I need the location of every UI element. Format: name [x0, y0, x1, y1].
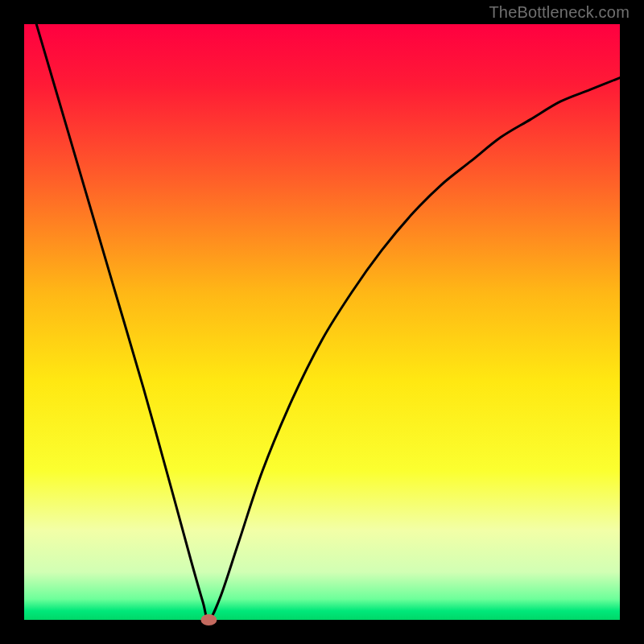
chart-container: TheBottleneck.com — [0, 0, 644, 644]
plot-background-gradient — [24, 24, 620, 620]
bottleneck-chart — [0, 0, 644, 644]
minimum-marker — [200, 614, 217, 625]
watermark-text: TheBottleneck.com — [489, 3, 630, 22]
